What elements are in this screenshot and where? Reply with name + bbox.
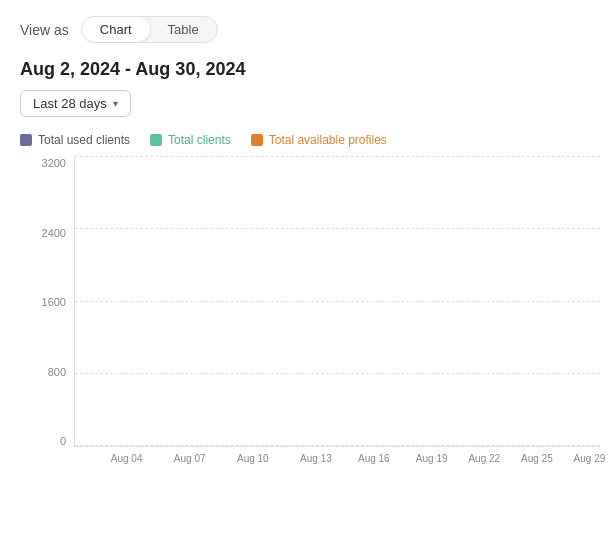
x-axis-label: Aug 22 (468, 453, 500, 464)
y-axis-label: 0 (30, 435, 70, 447)
x-axis-label: Aug 04 (111, 453, 143, 464)
toggle-table-button[interactable]: Table (150, 17, 217, 42)
view-as-row: View as Chart Table (20, 16, 590, 43)
x-axis-label: Aug 10 (237, 453, 269, 464)
y-axis-label: 3200 (30, 157, 70, 169)
chevron-down-icon: ▾ (113, 98, 118, 109)
legend-item-available: Total available profiles (251, 133, 387, 147)
x-axis-label: Aug 19 (416, 453, 448, 464)
x-axis-label: Aug 13 (300, 453, 332, 464)
view-as-label: View as (20, 22, 69, 38)
toggle-chart-button[interactable]: Chart (82, 17, 150, 42)
date-range-selector[interactable]: Last 28 days ▾ (20, 90, 131, 117)
legend-item-used: Total used clients (20, 133, 130, 147)
legend-color-total (150, 134, 162, 146)
legend-color-used (20, 134, 32, 146)
x-axis-label: Aug 29 (574, 453, 606, 464)
legend-color-available (251, 134, 263, 146)
x-axis: Aug 04Aug 07Aug 10Aug 13Aug 16Aug 19Aug … (74, 449, 600, 477)
x-axis-label: Aug 07 (174, 453, 206, 464)
date-selector-label: Last 28 days (33, 96, 107, 111)
legend-label-used: Total used clients (38, 133, 130, 147)
x-axis-label: Aug 25 (521, 453, 553, 464)
y-axis-label: 1600 (30, 296, 70, 308)
bars-wrapper (75, 157, 600, 446)
y-axis: 0800160024003200 (30, 157, 70, 447)
chart-area: 0800160024003200 Aug 04Aug 07Aug 10Aug 1… (30, 157, 600, 477)
y-axis-label: 800 (30, 366, 70, 378)
chart-inner (74, 157, 600, 447)
legend-item-total: Total clients (150, 133, 231, 147)
chart-legend: Total used clients Total clients Total a… (20, 133, 590, 147)
legend-label-total: Total clients (168, 133, 231, 147)
toggle-group: Chart Table (81, 16, 218, 43)
date-range-display: Aug 2, 2024 - Aug 30, 2024 (20, 59, 590, 80)
x-axis-label: Aug 16 (358, 453, 390, 464)
legend-label-available: Total available profiles (269, 133, 387, 147)
y-axis-label: 2400 (30, 227, 70, 239)
